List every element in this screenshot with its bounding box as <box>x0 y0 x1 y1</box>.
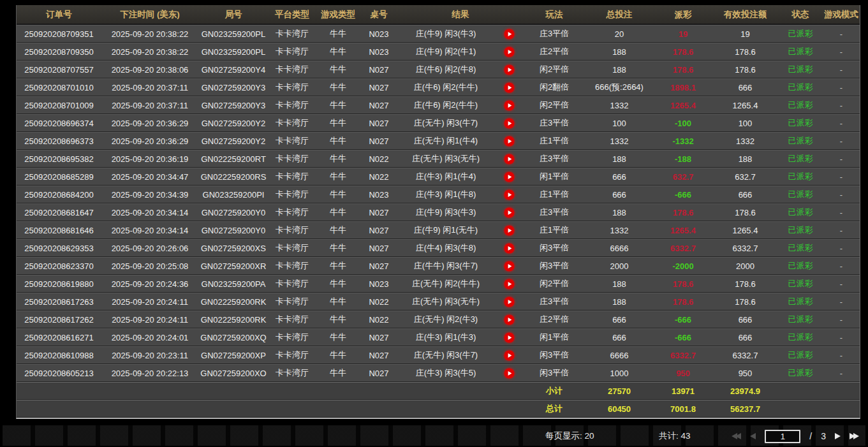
cell-game-mode: - <box>823 221 860 239</box>
cell-play-method: 庄3平倍 <box>524 293 585 311</box>
replay-play-icon[interactable] <box>504 279 515 289</box>
cell-round-number: GN027259200XQ <box>198 328 268 346</box>
cell-bet-time: 2025-09-20 20:38:06 <box>101 61 198 78</box>
replay-play-icon[interactable] <box>504 136 515 147</box>
cell-valid-bet: 6332.7 <box>712 346 778 364</box>
replay-play-icon[interactable] <box>504 100 515 111</box>
cell-result: 庄(牛3) 闲1(牛8) <box>397 186 494 203</box>
total-row: 总计 60450 7001.8 56237.7 <box>17 400 860 418</box>
cell-valid-bet: 178.6 <box>712 203 778 221</box>
subtotal-mode-spacer <box>823 382 860 400</box>
replay-play-icon[interactable] <box>504 350 515 361</box>
replay-play-icon[interactable] <box>504 154 515 165</box>
total-count-display: 共计: 43 <box>659 430 691 442</box>
cell-round-number: GN022259200RS <box>198 168 268 186</box>
replay-play-icon[interactable] <box>504 332 515 343</box>
cell-status: 已派彩 <box>778 25 823 43</box>
cell-game-mode: - <box>823 43 860 61</box>
cell-platform-type: 卡卡湾厅 <box>268 61 316 78</box>
cell-round-number: GN023259200PL <box>198 25 268 43</box>
cell-platform-type: 卡卡湾厅 <box>268 328 316 346</box>
cell-result: 庄(牛9) 闲3(牛3) <box>397 25 494 43</box>
replay-play-icon[interactable] <box>504 47 515 57</box>
col-header-round: 局号 <box>198 5 268 25</box>
replay-play-icon[interactable] <box>504 64 515 75</box>
cell-status: 已派彩 <box>778 239 823 257</box>
table-row: 250920208681647 2025-09-20 20:34:14 GN02… <box>17 203 860 221</box>
cell-status: 已派彩 <box>778 96 823 114</box>
cell-status: 已派彩 <box>778 328 823 346</box>
pager-controls: / 3 <box>732 428 859 444</box>
cell-order-number: 250920208617263 <box>17 293 101 311</box>
prev-page-icon[interactable] <box>750 433 756 439</box>
cell-round-number: GN027259200XR <box>198 257 268 275</box>
cell-payout: -100 <box>654 114 712 132</box>
cell-result: 庄(牛牛) 闲3(牛7) <box>397 257 494 275</box>
cell-game-type: 牛牛 <box>316 257 360 275</box>
cell-replay <box>494 275 524 293</box>
cell-total-bet: 666 <box>585 328 654 346</box>
col-header-play: 玩法 <box>524 5 585 25</box>
cell-play-method: 庄3平倍 <box>524 114 585 132</box>
next-page-icon[interactable] <box>835 433 841 439</box>
replay-play-icon[interactable] <box>504 297 515 307</box>
table-row: 250920208616271 2025-09-20 20:24:01 GN02… <box>17 328 860 346</box>
cell-total-bet: 188 <box>585 43 654 61</box>
col-header-game-type: 游戏类型 <box>316 5 360 25</box>
cell-game-type: 牛牛 <box>316 239 360 257</box>
cell-game-type: 牛牛 <box>316 25 360 43</box>
cell-order-number: 250920208617262 <box>17 311 101 328</box>
cell-payout: -666 <box>654 186 712 203</box>
cell-result: 庄(牛6) 闲2(牛牛) <box>397 96 494 114</box>
replay-play-icon[interactable] <box>504 29 515 40</box>
cell-platform-type: 卡卡湾厅 <box>268 293 316 311</box>
replay-play-icon[interactable] <box>504 189 515 200</box>
replay-play-icon[interactable] <box>504 243 515 254</box>
cell-valid-bet: 2000 <box>712 257 778 275</box>
last-page-icon[interactable] <box>850 433 859 439</box>
replay-play-icon[interactable] <box>504 118 515 129</box>
total-label: 总计 <box>524 400 585 418</box>
cell-total-bet: 188 <box>585 61 654 78</box>
cell-result: 庄(无牛) 闲3(牛7) <box>397 114 494 132</box>
replay-play-icon[interactable] <box>504 172 515 182</box>
cell-play-method: 庄2平倍 <box>524 43 585 61</box>
cell-game-mode: - <box>823 168 860 186</box>
cell-payout: 6332.7 <box>654 239 712 257</box>
cell-play-method: 庄1平倍 <box>524 221 585 239</box>
table-row: 250920208707557 2025-09-20 20:38:06 GN02… <box>17 61 860 78</box>
cell-status: 已派彩 <box>778 114 823 132</box>
replay-play-icon[interactable] <box>504 225 515 236</box>
cell-game-type: 牛牛 <box>316 328 360 346</box>
replay-play-icon[interactable] <box>504 207 515 218</box>
total-count-label: 共计: <box>659 431 679 441</box>
cell-bet-time: 2025-09-20 20:26:06 <box>101 239 198 257</box>
replay-play-icon[interactable] <box>504 368 515 379</box>
cell-total-bet: 100 <box>585 114 654 132</box>
cell-valid-bet: 6332.7 <box>712 239 778 257</box>
page-number-input[interactable] <box>765 430 800 443</box>
per-page-value: 20 <box>585 431 594 441</box>
cell-order-number: 250920208696374 <box>17 114 101 132</box>
cell-total-bet: 1332 <box>585 96 654 114</box>
table-row: 250920208696373 2025-09-20 20:36:29 GN02… <box>17 132 860 150</box>
cell-status: 已派彩 <box>778 221 823 239</box>
first-page-icon[interactable] <box>732 433 741 439</box>
cell-play-method: 庄3平倍 <box>524 203 585 221</box>
cell-valid-bet: 1265.4 <box>712 221 778 239</box>
cell-payout: 1265.4 <box>654 221 712 239</box>
cell-table-number: N027 <box>360 114 397 132</box>
cell-round-number: GN023259200PA <box>198 275 268 293</box>
replay-play-icon[interactable] <box>504 82 515 93</box>
replay-play-icon[interactable] <box>504 261 515 272</box>
cell-game-type: 牛牛 <box>316 364 360 382</box>
cell-bet-time: 2025-09-20 20:24:01 <box>101 328 198 346</box>
cell-bet-time: 2025-09-20 20:36:19 <box>101 150 198 168</box>
cell-play-method: 庄1平倍 <box>524 132 585 150</box>
cell-game-mode: - <box>823 328 860 346</box>
per-page-display: 每页显示: 20 <box>545 430 594 442</box>
table-row: 250920208605213 2025-09-20 20:22:13 GN02… <box>17 364 860 382</box>
cell-valid-bet: 666 <box>712 328 778 346</box>
cell-game-mode: - <box>823 275 860 293</box>
replay-play-icon[interactable] <box>504 314 515 325</box>
